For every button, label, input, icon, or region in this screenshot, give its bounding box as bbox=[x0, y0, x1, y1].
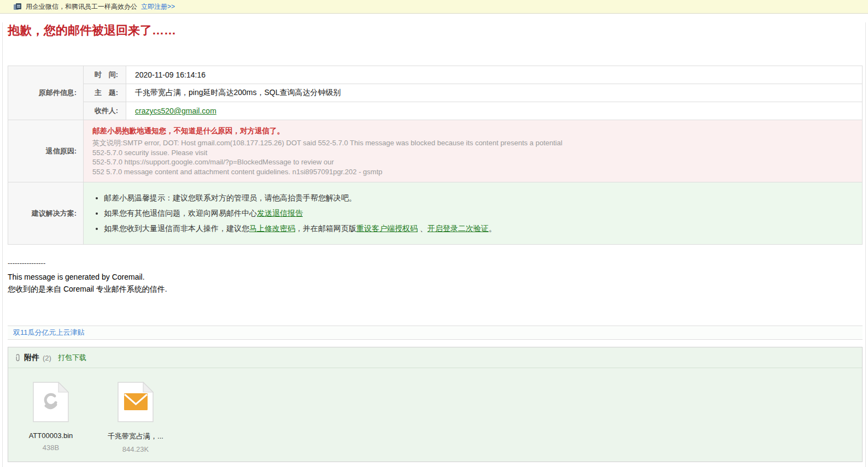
solution-text: 如果您有其他退信问题，欢迎向网易邮件中心 bbox=[104, 209, 257, 217]
bounce-reason-label: 退信原因: bbox=[8, 120, 84, 182]
send-report-link[interactable]: 发送退信报告 bbox=[257, 209, 303, 217]
solution-item: 如果您收到大量退信而非本人操作，建议您马上修改密码，并在邮箱网页版重设客户端授权… bbox=[104, 223, 862, 234]
table-row: 退信原因: 邮差小易抱歉地通知您，不知道是什么原因，对方退信了。 英文说明:SM… bbox=[8, 120, 863, 182]
register-link[interactable]: 立即注册>> bbox=[141, 2, 175, 11]
bounce-detail-line: 552-5.7.0 security issue. Please visit bbox=[92, 148, 853, 158]
solution-text: 如果您收到大量退信而非本人操作，建议您 bbox=[104, 224, 249, 233]
solution-text: ，并在邮箱网页版 bbox=[295, 224, 356, 233]
file-name: 千兆带宽占满，... bbox=[99, 431, 172, 441]
time-value: 2020-11-09 16:14:16 bbox=[126, 66, 863, 84]
attachments-title: 附件 bbox=[24, 353, 39, 363]
mail-file-icon bbox=[118, 415, 154, 424]
mail-body: 抱歉，您的邮件被退回来了…… 原邮件信息: 时 间: 2020-11-09 16… bbox=[2, 22, 866, 467]
recipient-label: 收件人: bbox=[84, 102, 126, 120]
enable-2fa-link[interactable]: 开启登录二次验证 bbox=[427, 224, 489, 233]
promo-link[interactable]: 双11瓜分亿元上云津贴 bbox=[13, 328, 85, 338]
wecom-icon bbox=[13, 2, 22, 11]
table-row: 原邮件信息: 时 间: 2020-11-09 16:14:16 bbox=[8, 66, 863, 84]
banner-text: 用企业微信，和腾讯员工一样高效办公 bbox=[26, 2, 137, 11]
bounce-detail-line: 552 5.7.0 message content and attachment… bbox=[92, 167, 853, 177]
netease-file-icon bbox=[33, 415, 69, 424]
subject-label: 主 题: bbox=[84, 84, 126, 102]
download-all-link[interactable]: 打包下载 bbox=[58, 353, 86, 363]
bounce-detail-line: 英文说明:SMTP error, DOT: Host gmail.com(108… bbox=[92, 138, 853, 148]
promo-link-bar: 双11瓜分亿元上云津贴 bbox=[8, 326, 863, 340]
solution-label: 建议解决方案: bbox=[8, 182, 84, 245]
attachments-panel: 附件 (2) 打包下载 ATT00003.bin 438B bbox=[8, 347, 863, 462]
change-password-link[interactable]: 马上修改密码 bbox=[249, 224, 295, 233]
table-row: 建议解决方案: 邮差小易温馨提示：建议您联系对方的管理员，请他高抬贵手帮您解决吧… bbox=[8, 182, 863, 245]
solution-cell: 邮差小易温馨提示：建议您联系对方的管理员，请他高抬贵手帮您解决吧。 如果您有其他… bbox=[84, 182, 863, 245]
footer-line: This message is generated by Coremail. bbox=[8, 271, 863, 283]
bounce-info-table: 原邮件信息: 时 间: 2020-11-09 16:14:16 主 题: 千兆带… bbox=[8, 66, 863, 245]
solution-text: 邮差小易温馨提示：建议您联系对方的管理员，请他高抬贵手帮您解决吧。 bbox=[104, 193, 356, 202]
bounce-detail-line: 552-5.7.0 https://support.google.com/mai… bbox=[92, 157, 853, 167]
solution-item: 邮差小易温馨提示：建议您联系对方的管理员，请他高抬贵手帮您解决吧。 bbox=[104, 193, 862, 203]
attachment-item[interactable]: 千兆带宽占满，... 844.23K bbox=[99, 382, 172, 453]
recipient-value: crazycs520@gmail.com bbox=[126, 102, 863, 120]
bounce-notice: 邮差小易抱歉地通知您，不知道是什么原因，对方退信了。 bbox=[92, 126, 853, 136]
footer-divider: ---------------- bbox=[8, 259, 863, 268]
paperclip-icon bbox=[15, 354, 21, 362]
table-row: 主 题: 千兆带宽占满，ping延时高达200ms，SQL查询高达分钟级别 bbox=[8, 84, 863, 102]
file-size: 844.23K bbox=[99, 445, 172, 453]
reset-auth-code-link[interactable]: 重设客户端授权码 bbox=[356, 224, 418, 233]
file-size: 438B bbox=[15, 444, 87, 452]
original-mail-label: 原邮件信息: bbox=[8, 66, 84, 120]
recipient-email-link[interactable]: crazycs520@gmail.com bbox=[135, 107, 216, 115]
solution-text: 、 bbox=[418, 224, 427, 233]
footer-line: 您收到的是来自 Coremail 专业邮件系统的信件. bbox=[8, 283, 863, 295]
attachments-count: (2) bbox=[43, 354, 51, 362]
page-title: 抱歉，您的邮件被退回来了…… bbox=[8, 22, 863, 39]
attachments-header: 附件 (2) 打包下载 bbox=[8, 347, 862, 368]
solution-item: 如果您有其他退信问题，欢迎向网易邮件中心发送退信报告 bbox=[104, 208, 862, 218]
time-label: 时 间: bbox=[84, 66, 126, 84]
file-name: ATT00003.bin bbox=[15, 431, 87, 440]
attachment-item[interactable]: ATT00003.bin 438B bbox=[15, 382, 87, 453]
promo-banner: 用企业微信，和腾讯员工一样高效办公 立即注册>> bbox=[0, 0, 868, 14]
bounce-reason-cell: 邮差小易抱歉地通知您，不知道是什么原因，对方退信了。 英文说明:SMTP err… bbox=[84, 120, 863, 182]
attachments-list: ATT00003.bin 438B 千兆带宽占满，... 844.23K bbox=[8, 368, 862, 453]
subject-value: 千兆带宽占满，ping延时高达200ms，SQL查询高达分钟级别 bbox=[126, 84, 863, 102]
coremail-footer: ---------------- This message is generat… bbox=[8, 259, 863, 295]
solution-list: 邮差小易温馨提示：建议您联系对方的管理员，请他高抬贵手帮您解决吧。 如果您有其他… bbox=[84, 193, 862, 234]
table-row: 收件人: crazycs520@gmail.com bbox=[8, 102, 863, 120]
solution-text: 。 bbox=[489, 224, 496, 233]
